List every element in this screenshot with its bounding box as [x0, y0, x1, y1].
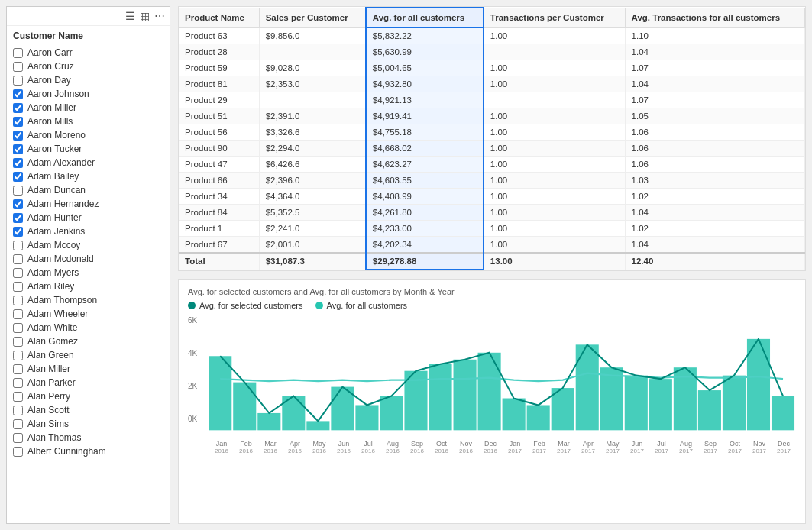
table-cell: 1.00 [484, 141, 625, 157]
table-row: Product 47$6,426.6$4,623.271.001.06 [179, 157, 805, 173]
customer-item[interactable]: Adam Wheeler [7, 307, 170, 321]
table-cell: $2,391.0 [259, 108, 366, 124]
menu-icon[interactable]: ☰ [125, 10, 135, 22]
customer-checkbox[interactable] [13, 254, 23, 264]
customer-checkbox[interactable] [13, 406, 23, 415]
x-label-month: Dec [778, 440, 790, 448]
table-cell: $4,364.0 [259, 189, 366, 205]
table-total-row: Total$31,087.3$29,278.8813.0012.40 [179, 253, 805, 270]
customer-checkbox[interactable] [13, 433, 23, 443]
customer-item[interactable]: Aaron Miller [7, 101, 170, 115]
customer-item[interactable]: Alan Scott [7, 403, 170, 417]
customer-item[interactable]: Adam Mcdonald [7, 252, 170, 266]
customer-item[interactable]: Adam Hernandez [7, 197, 170, 211]
x-label-month: Jul [657, 440, 666, 448]
table-cell: 1.00 [484, 124, 625, 141]
customer-item[interactable]: Aaron Mills [7, 115, 170, 128]
table-total-cell: $31,087.3 [259, 253, 366, 270]
customer-item[interactable]: Aaron Moreno [7, 128, 170, 142]
customer-checkbox[interactable] [13, 103, 23, 113]
customer-item[interactable]: Alan Gomez [7, 334, 170, 348]
table-cell: $2,001.0 [259, 237, 366, 254]
customer-checkbox[interactable] [13, 323, 23, 333]
customer-checkbox[interactable] [13, 144, 23, 154]
customer-item[interactable]: Aaron Johnson [7, 87, 170, 101]
customer-checkbox[interactable] [13, 241, 23, 250]
table-row: Product 1$2,241.0$4,233.001.001.02 [179, 221, 805, 237]
customer-item[interactable]: Adam Myers [7, 266, 170, 280]
customer-item[interactable]: Albert Cunningham [7, 444, 170, 458]
bar [625, 376, 648, 431]
bar [454, 360, 477, 431]
customer-item[interactable]: Alan Parker [7, 376, 170, 389]
data-table: Product NameSales per CustomerAvg. for a… [179, 7, 805, 270]
table-row: Product 56$3,326.6$4,755.181.001.06 [179, 124, 805, 141]
customer-item[interactable]: Aaron Cruz [7, 60, 170, 73]
customer-item[interactable]: Aaron Carr [7, 46, 170, 60]
customer-checkbox[interactable] [13, 282, 23, 292]
x-label-year: 2016 [312, 448, 326, 454]
customer-checkbox[interactable] [13, 213, 23, 223]
customer-checkbox[interactable] [13, 117, 23, 127]
customer-item[interactable]: Alan Green [7, 348, 170, 362]
table-total-cell: Total [179, 253, 259, 270]
customer-item[interactable]: Alan Sims [7, 417, 170, 431]
customer-name: Alan Thomas [27, 432, 81, 443]
customer-checkbox[interactable] [13, 268, 23, 278]
customer-checkbox[interactable] [13, 296, 23, 305]
customer-item[interactable]: Alan Miller [7, 362, 170, 376]
customer-checkbox[interactable] [13, 364, 23, 374]
customer-checkbox[interactable] [13, 172, 23, 182]
customer-checkbox[interactable] [13, 227, 23, 237]
customer-item[interactable]: Adam Hunter [7, 211, 170, 225]
table-cell: 1.02 [625, 189, 804, 205]
customer-checkbox[interactable] [13, 89, 23, 99]
customer-item[interactable]: Adam Riley [7, 280, 170, 293]
x-label-group: Aug2016 [386, 440, 400, 454]
table-cell: 1.02 [625, 221, 804, 237]
customer-item[interactable]: Adam Duncan [7, 183, 170, 197]
customer-item[interactable]: Adam Jenkins [7, 225, 170, 238]
x-label-month: May [312, 440, 325, 448]
customer-checkbox[interactable] [13, 158, 23, 168]
customer-item[interactable]: Adam Thompson [7, 293, 170, 307]
customer-checkbox[interactable] [13, 186, 23, 196]
table-cell: Product 47 [179, 157, 259, 173]
customer-checkbox[interactable] [13, 76, 23, 86]
grid-icon[interactable]: ▦ [140, 10, 150, 22]
customer-checkbox[interactable] [13, 351, 23, 360]
customer-checkbox[interactable] [13, 62, 23, 72]
customer-item[interactable]: Alan Perry [7, 389, 170, 403]
bar [355, 405, 378, 430]
customer-name: Adam Mcdonald [27, 254, 94, 264]
customer-checkbox[interactable] [13, 392, 23, 402]
customer-checkbox[interactable] [13, 419, 23, 429]
table-cell: Product 90 [179, 141, 259, 157]
customer-item[interactable]: Adam White [7, 321, 170, 334]
customer-item[interactable]: Adam Mccoy [7, 238, 170, 252]
customer-item[interactable]: Adam Alexander [7, 156, 170, 170]
customer-checkbox[interactable] [13, 378, 23, 388]
customer-checkbox[interactable] [13, 48, 23, 58]
customer-item[interactable]: Alan Thomas [7, 431, 170, 444]
bar [600, 367, 623, 430]
customer-checkbox[interactable] [13, 131, 23, 141]
customer-item[interactable]: Adam Bailey [7, 170, 170, 183]
x-label-year: 2017 [679, 448, 693, 454]
table-cell [484, 44, 625, 60]
x-label-year: 2016 [361, 448, 375, 454]
table-cell: 1.00 [484, 173, 625, 189]
customer-checkbox[interactable] [13, 309, 23, 319]
customer-name: Alan Sims [27, 419, 69, 429]
customer-checkbox[interactable] [13, 199, 23, 209]
table-cell: 1.00 [484, 76, 625, 92]
customer-item[interactable]: Aaron Tucker [7, 142, 170, 156]
customer-checkbox[interactable] [13, 337, 23, 347]
bar [478, 353, 501, 431]
table-cell: Product 63 [179, 27, 259, 44]
right-content: Product NameSales per CustomerAvg. for a… [170, 0, 812, 530]
customer-checkbox[interactable] [13, 447, 23, 457]
more-icon[interactable]: ⋯ [154, 10, 165, 22]
customer-item[interactable]: Aaron Day [7, 73, 170, 87]
table-cell: 1.04 [625, 237, 804, 254]
